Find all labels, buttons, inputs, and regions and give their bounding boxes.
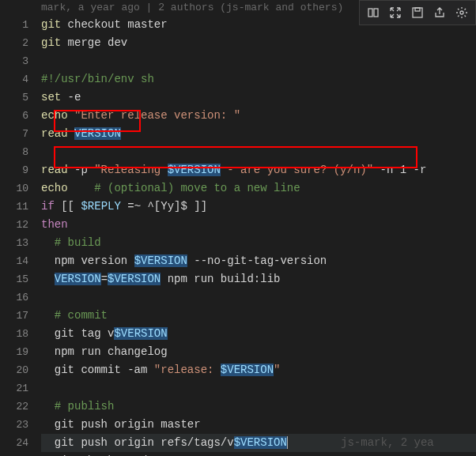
line-number: 22 [0,398,28,416]
line-number: 24 [0,434,28,452]
line-number: 15 [0,270,28,288]
code-line[interactable]: then [41,216,476,234]
code-line[interactable] [41,143,476,161]
line-number: 13 [0,234,28,252]
line-number: 21 [0,379,28,398]
line-number: 19 [0,343,28,361]
code-line[interactable]: git push origin refs/tags/v$VERSION js-m… [41,434,476,452]
line-number: 1 [0,16,28,34]
line-number: 14 [0,252,28,270]
line-number: 12 [0,216,28,234]
line-number: 11 [0,198,28,216]
line-number-gutter: 1234567891011121314151617181920212223242… [0,16,41,456]
code-line[interactable]: git merge dev [41,34,476,52]
line-number: 5 [0,89,28,107]
line-number: 10 [0,179,28,198]
code-line[interactable]: VERSION=$VERSION npm run build:lib [41,270,476,288]
code-line[interactable]: echo "Enter release version: " [41,107,476,125]
code-line[interactable]: # build [41,234,476,252]
code-line[interactable]: npm run changelog [41,343,476,361]
line-number: 17 [0,307,28,325]
line-number: 23 [0,416,28,434]
line-number: 2 [0,34,28,52]
code-line[interactable]: git push origin master [41,416,476,434]
code-line[interactable]: if [[ $REPLY =~ ^[Yy]$ ]] [41,198,476,216]
code-line[interactable]: set -e [41,89,476,107]
inline-git-blame: js-mark, 2 yea [288,436,434,449]
line-number: 8 [0,143,28,161]
code-editor[interactable]: 1234567891011121314151617181920212223242… [0,16,476,456]
code-line[interactable] [41,379,476,398]
code-line[interactable]: read -p "Releasing $VERSION - are you su… [41,161,476,179]
code-line[interactable]: git checkout dev [41,452,476,456]
code-line[interactable]: git checkout master [41,16,476,34]
code-line[interactable]: npm version $VERSION --no-git-tag-versio… [41,252,476,270]
code-line[interactable] [41,288,476,307]
code-line[interactable]: git tag v$VERSION [41,325,476,343]
line-number: 18 [0,325,28,343]
code-line[interactable]: # publish [41,398,476,416]
code-line[interactable]: read VERSION [41,125,476,143]
code-area[interactable]: git checkout mastergit merge dev#!/usr/b… [41,16,476,456]
line-number: 16 [0,288,28,307]
code-line[interactable]: echo # (optional) move to a new line [41,179,476,198]
line-number: 9 [0,161,28,179]
line-number: 25 [0,452,28,456]
line-number: 4 [0,70,28,89]
line-number: 7 [0,125,28,143]
svg-rect-3 [415,8,420,11]
line-number: 6 [0,107,28,125]
code-line[interactable]: # commit [41,307,476,325]
git-blame-header: mark, a year ago | 2 authors (js-mark an… [41,0,343,15]
line-number: 3 [0,52,28,70]
line-number: 20 [0,361,28,379]
code-line[interactable]: #!/usr/bin/env sh [41,70,476,89]
code-line[interactable] [41,52,476,70]
code-line[interactable]: git commit -am "release: $VERSION" [41,361,476,379]
svg-point-4 [460,11,463,14]
